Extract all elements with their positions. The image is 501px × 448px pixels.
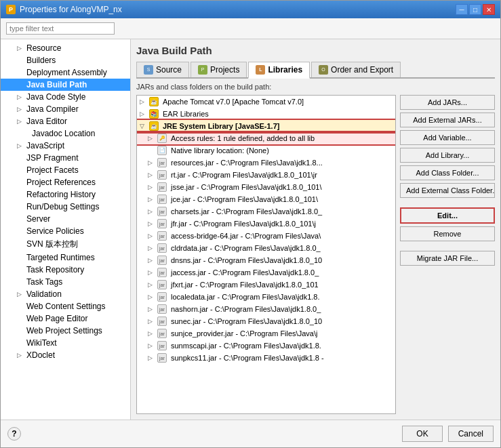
add-class-folder-button[interactable]: Add Class Folder...: [400, 165, 495, 180]
sidebar-item-java-build-path[interactable]: Java Build Path: [1, 79, 130, 91]
sidebar-item-targeted-runtimes[interactable]: Targeted Runtimes: [1, 251, 130, 264]
tree-item[interactable]: ▷ jar jfr.jar - C:\Program Files\Java\jd…: [137, 218, 395, 230]
tree-item[interactable]: ▷ jar sunmscapi.jar - C:\Program Files\J…: [137, 340, 395, 352]
tree-item[interactable]: 📄 Native library location: (None): [137, 144, 395, 157]
sidebar-item-builders[interactable]: Builders: [1, 54, 130, 66]
sidebar-item-refactoring-history[interactable]: Refactoring History: [1, 188, 130, 201]
sidebar-item-label: JSP Fragment: [26, 153, 78, 163]
tree-item-label: cldrdata.jar - C:\Program Files\Java\jdk…: [171, 244, 321, 252]
jar-icon: jar: [157, 292, 167, 302]
expand-icon: ▷: [148, 330, 155, 337]
sidebar-item-service-policies[interactable]: Service Policies: [1, 225, 130, 237]
sidebar-item-jsp-fragment[interactable]: JSP Fragment: [1, 152, 130, 164]
sidebar-item-web-content[interactable]: Web Content Settings: [1, 300, 130, 312]
sidebar-item-web-page-editor[interactable]: Web Page Editor: [1, 312, 130, 325]
expand-icon: ▽: [140, 123, 146, 129]
add-external-jars-button[interactable]: Add External JARs...: [400, 113, 495, 127]
edit-button[interactable]: Edit...: [400, 207, 495, 224]
tree-item[interactable]: ▷ jar sunec.jar - C:\Program Files\Java\…: [137, 315, 395, 327]
tree-item[interactable]: ▷ jar sunjce_provider.jar - C:\Program F…: [137, 327, 395, 340]
sidebar-item-server[interactable]: Server: [1, 213, 130, 225]
arrow-icon: ▷: [17, 352, 24, 359]
jar-icon: jar: [157, 170, 167, 180]
tree-item-access-rules[interactable]: ▷ 🔑 Access rules: 1 rule defined, added …: [137, 132, 395, 144]
sidebar-item-project-references[interactable]: Project References: [1, 176, 130, 188]
add-external-class-folder-button[interactable]: Add External Class Folder...: [400, 183, 495, 198]
tree-item-label: nashorn.jar - C:\Program Files\Java\jdk1…: [171, 305, 321, 313]
sidebar-item-web-project-settings[interactable]: Web Project Settings: [1, 325, 130, 337]
sidebar-item-svn[interactable]: SVN 版本控制: [1, 237, 130, 251]
tree-item[interactable]: ▷ ☕ Apache Tomcat v7.0 [Apache Tomcat v7…: [137, 96, 395, 108]
tab-projects[interactable]: P Projects: [191, 62, 247, 77]
tree-area[interactable]: ▷ ☕ Apache Tomcat v7.0 [Apache Tomcat v7…: [136, 95, 396, 414]
jar-icon: jar: [157, 219, 167, 228]
add-jars-button[interactable]: Add JARs...: [400, 95, 495, 110]
sidebar-item-label: Resource: [26, 43, 61, 53]
tree-item[interactable]: ▷ jar rt.jar - C:\Program Files\Java\jdk…: [137, 169, 395, 181]
tree-item[interactable]: ▷ jar jce.jar - C:\Program Files\Java\jd…: [137, 193, 395, 205]
remove-button[interactable]: Remove: [400, 226, 495, 241]
migrate-jar-button[interactable]: Migrate JAR File...: [400, 251, 495, 266]
sidebar-item-task-repository[interactable]: Task Repository: [1, 264, 130, 276]
tab-libraries[interactable]: L Libraries: [248, 62, 310, 79]
expand-icon: ▷: [148, 306, 155, 312]
sidebar-item-resource[interactable]: ▷ Resource: [1, 42, 130, 54]
add-library-button[interactable]: Add Library...: [400, 148, 495, 163]
sidebar-item-deployment-assembly[interactable]: Deployment Assembly: [1, 66, 130, 79]
tree-item-label: Access rules: 1 rule defined, added to a…: [171, 134, 315, 142]
expand-icon: ▷: [148, 342, 155, 349]
help-button[interactable]: ?: [7, 427, 21, 441]
native-icon: 📄: [157, 146, 167, 155]
sidebar-item-run-debug[interactable]: Run/Debug Settings: [1, 201, 130, 213]
tree-item[interactable]: ▷ jar sunpkcs11.jar - C:\Program Files\J…: [137, 352, 395, 364]
lib-icon: 📚: [149, 109, 159, 119]
tree-item[interactable]: ▷ jar dnsns.jar - C:\Program Files\Java\…: [137, 254, 395, 266]
tab-order-export[interactable]: O Order and Export: [311, 62, 401, 77]
sidebar-item-label: Task Tags: [26, 277, 62, 287]
jar-icon: jar: [157, 243, 167, 253]
tree-item[interactable]: ▷ jar resources.jar - C:\Program Files\J…: [137, 157, 395, 169]
tab-source[interactable]: S Source: [136, 62, 189, 77]
maximize-button[interactable]: □: [469, 4, 481, 15]
sidebar-item-label: Java Compiler: [26, 104, 79, 114]
expand-icon: ▷: [148, 318, 155, 325]
tree-item[interactable]: ▷ jar jfxrt.jar - C:\Program Files\Java\…: [137, 279, 395, 291]
expand-icon: ▷: [148, 196, 155, 203]
tree-item-label: sunmscapi.jar - C:\Program Files\Java\jd…: [171, 342, 321, 350]
tree-item-label: jsse.jar - C:\Program Files\Java\jdk1.8.…: [171, 183, 322, 191]
sidebar-item-java-compiler[interactable]: ▷ Java Compiler: [1, 103, 130, 115]
tree-item-label: resources.jar - C:\Program Files\Java\jd…: [171, 159, 323, 167]
sidebar-item-javascript[interactable]: ▷ JavaScript: [1, 140, 130, 152]
panel-title: Java Build Path: [136, 45, 495, 56]
tree-item[interactable]: ▷ jar localedata.jar - C:\Program Files\…: [137, 291, 395, 303]
dialog-title: Properties for AlongVMP_nx: [20, 5, 122, 14]
sidebar-item-project-facets[interactable]: Project Facets: [1, 164, 130, 176]
tree-item[interactable]: ▷ jar access-bridge-64.jar - C:\Program …: [137, 230, 395, 242]
sidebar-item-label: XDoclet: [26, 350, 55, 360]
tree-item-label: localedata.jar - C:\Program Files\Java\j…: [171, 293, 319, 301]
tree-item[interactable]: ▷ jar cldrdata.jar - C:\Program Files\Ja…: [137, 242, 395, 254]
sidebar-item-wikitext[interactable]: WikiText: [1, 337, 130, 349]
filter-input[interactable]: [6, 22, 115, 35]
cancel-button[interactable]: Cancel: [448, 426, 494, 442]
tree-item[interactable]: ▷ jar charsets.jar - C:\Program Files\Ja…: [137, 205, 395, 218]
ok-button[interactable]: OK: [402, 426, 442, 442]
sidebar-item-javadoc-location[interactable]: Javadoc Location: [1, 127, 130, 140]
close-button[interactable]: ✕: [483, 4, 495, 15]
tree-item[interactable]: ▷ jar jaccess.jar - C:\Program Files\Jav…: [137, 266, 395, 279]
sidebar-item-label: Web Project Settings: [26, 326, 102, 335]
sidebar-item-java-code-style[interactable]: ▷ Java Code Style: [1, 91, 130, 103]
sidebar-item-xdoclet[interactable]: ▷ XDoclet: [1, 349, 130, 361]
sidebar-item-validation[interactable]: ▷ Validation: [1, 288, 130, 300]
minimize-button[interactable]: ─: [456, 4, 468, 15]
sidebar-item-java-editor[interactable]: ▷ Java Editor: [1, 115, 130, 127]
add-variable-button[interactable]: Add Variable...: [400, 130, 495, 145]
sidebar-item-task-tags[interactable]: Task Tags: [1, 276, 130, 288]
tree-item-jre[interactable]: ▽ ☕ JRE System Library [JavaSE-1.7]: [137, 120, 395, 132]
tree-item[interactable]: ▷ jar nashorn.jar - C:\Program Files\Jav…: [137, 303, 395, 315]
lib-icon: ☕: [149, 97, 159, 106]
tree-item[interactable]: ▷ 📚 EAR Libraries: [137, 108, 395, 120]
sidebar: ▷ Resource Builders Deployment Assembly …: [1, 39, 131, 420]
dialog-content: ▷ Resource Builders Deployment Assembly …: [1, 18, 500, 447]
tree-item[interactable]: ▷ jar jsse.jar - C:\Program Files\Java\j…: [137, 181, 395, 193]
